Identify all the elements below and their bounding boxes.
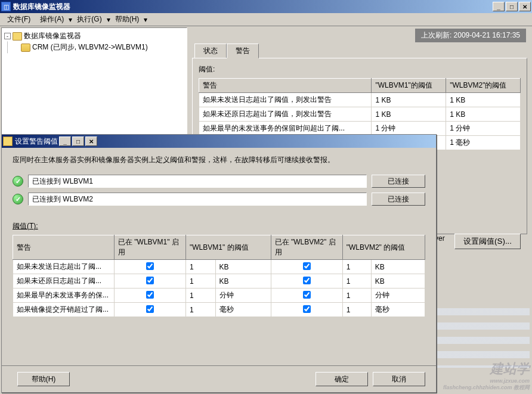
- dialog-maximize-button[interactable]: □: [72, 136, 84, 146]
- watermark: 建站学 www.jzxue.com flashcheng.chhzhiden.c…: [434, 360, 530, 392]
- tree-child-item[interactable]: CRM (已同步, WLBVM2->WLBVM1): [21, 42, 184, 53]
- connection-row-2: ✓ 已连接: [13, 193, 425, 206]
- cell-val1: 1: [186, 303, 216, 317]
- main-title: 数据库镜像监视器: [13, 2, 491, 12]
- dialog-close-button[interactable]: ✕: [85, 136, 97, 146]
- dlg-th-thresh2[interactable]: "WLBVM2" 的阈值: [342, 235, 425, 260]
- dlg-th-enable2[interactable]: 已在 "WLBVM2" 启用: [271, 235, 342, 260]
- cell-val2: 1: [342, 303, 371, 317]
- cell-val1: 1: [186, 288, 216, 303]
- table-row[interactable]: 如果最早的未发送事务的保留时间超出了阈... 1 分钟 1 分钟: [199, 122, 521, 136]
- cell-unit2: 分钟: [371, 288, 425, 303]
- dialog-threshold-table: 警告 已在 "WLBVM1" 启用 "WLBVM1" 的阈值 已在 "WLBVM…: [13, 235, 425, 317]
- cell-unit1: 毫秒: [215, 303, 271, 317]
- cell-warning: 如果镜像提交开销超过了阈...: [13, 303, 115, 317]
- menu-help[interactable]: 帮助(H): [110, 13, 144, 26]
- th-vm2[interactable]: "WLBVM2"的阈值: [446, 79, 521, 93]
- cell-warning: 如果未还原日志超出了阈...: [13, 274, 115, 288]
- cell-enable2: [271, 274, 342, 288]
- checkbox-enable2[interactable]: [303, 262, 311, 270]
- threshold-label: 阈值:: [199, 64, 521, 75]
- connection-input-1[interactable]: [28, 175, 367, 188]
- menu-action[interactable]: 操作(A): [35, 13, 69, 26]
- database-icon: [21, 44, 30, 52]
- checkbox-enable1[interactable]: [146, 262, 154, 270]
- threshold-t-label: 阈值(T):: [13, 221, 38, 231]
- cell-enable2: [271, 303, 342, 317]
- tab-alert[interactable]: 警告: [227, 44, 259, 58]
- main-titlebar: ◫ 数据库镜像监视器 _ □ ✕: [0, 0, 532, 13]
- menubar: 文件(F) 操作(A)▾ 执行(G)▾ 帮助(H)▾: [0, 13, 532, 26]
- cell-warning: 如果最早的未发送事务的保...: [13, 288, 115, 303]
- check-icon: ✓: [13, 176, 23, 187]
- connect-button-1[interactable]: 已连接: [372, 175, 425, 188]
- cell-enable1: [115, 274, 186, 288]
- menu-run[interactable]: 执行(G): [72, 13, 106, 26]
- connection-input-2[interactable]: [28, 193, 367, 206]
- dialog-titlebar: 设置警告阈值 _ □ ✕: [2, 135, 436, 148]
- dlg-th-warning[interactable]: 警告: [13, 235, 115, 260]
- table-row[interactable]: 如果镜像提交开销超过了阈... 1 毫秒 1 毫秒: [13, 303, 425, 317]
- dlg-th-enable1[interactable]: 已在 "WLBVM1" 启用: [115, 235, 186, 260]
- threshold-dialog: 设置警告阈值 _ □ ✕ 应同时在主体服务器实例和镜像服务器实例上定义阈值和警报…: [1, 134, 437, 393]
- tab-status[interactable]: 状态: [194, 44, 227, 58]
- folder-icon: [13, 32, 22, 41]
- dialog-description: 应同时在主体服务器实例和镜像服务器实例上定义阈值和警报，这样，在故障转移后可继续…: [13, 155, 425, 165]
- dialog-body: 应同时在主体服务器实例和镜像服务器实例上定义阈值和警报，这样，在故障转移后可继续…: [2, 148, 436, 324]
- checkbox-enable1[interactable]: [146, 291, 154, 299]
- maximize-button[interactable]: □: [506, 2, 518, 11]
- cell-val1: 1: [186, 274, 216, 288]
- cell-warning: 如果未发送日志超出了阈值，则发出警告: [199, 93, 372, 107]
- menu-file[interactable]: 文件(F): [2, 13, 35, 26]
- background-decoration: 建站学 www.jzxue.com flashcheng.chhzhiden.c…: [434, 308, 530, 392]
- cell-vm1: 1 KB: [372, 93, 446, 107]
- cell-val2: 1: [342, 288, 371, 303]
- table-row[interactable]: 如果最早的未发送事务的保... 1 分钟 1 分钟: [13, 288, 425, 303]
- cell-unit2: KB: [371, 274, 425, 288]
- cell-warning: 如果未发送日志超出了阈...: [13, 260, 115, 274]
- table-row[interactable]: 如果未还原日志超出了阈值，则发出警告 1 KB 1 KB: [199, 107, 521, 122]
- cell-vm2: 1 KB: [446, 93, 521, 107]
- th-vm1[interactable]: "WLBVM1"的阈值: [372, 79, 446, 93]
- tree-root-item[interactable]: - 数据库镜像监视器: [4, 30, 184, 42]
- minimize-button[interactable]: _: [493, 2, 505, 11]
- checkbox-enable2[interactable]: [303, 305, 311, 313]
- table-row[interactable]: 如果未还原日志超出了阈... 1 KB 1 KB: [13, 274, 425, 288]
- checkbox-enable2[interactable]: [303, 291, 311, 299]
- cancel-button[interactable]: 取消: [373, 372, 425, 386]
- set-threshold-button[interactable]: 设置阈值(S)...: [454, 234, 521, 249]
- checkbox-enable2[interactable]: [303, 277, 311, 284]
- checkbox-enable1[interactable]: [146, 277, 154, 284]
- table-row[interactable]: 如果未发送日志超出了阈值，则发出警告 1 KB 1 KB: [199, 93, 521, 107]
- cell-val1: 1: [186, 260, 216, 274]
- cell-unit2: 毫秒: [371, 303, 425, 317]
- tab-strip: 状态 警告: [192, 44, 527, 58]
- ok-button[interactable]: 确定: [316, 372, 368, 386]
- cell-enable2: [271, 288, 342, 303]
- dlg-th-thresh1[interactable]: "WLBVM1" 的阈值: [186, 235, 271, 260]
- close-button[interactable]: ✕: [519, 2, 531, 11]
- cell-vm2: 1 毫秒: [446, 136, 521, 150]
- cell-vm1: 1 分钟: [372, 122, 446, 136]
- connection-row-1: ✓ 已连接: [13, 175, 425, 188]
- dialog-minimize-button[interactable]: _: [59, 136, 71, 146]
- th-warning[interactable]: 警告: [199, 79, 372, 93]
- cell-unit1: 分钟: [215, 288, 271, 303]
- table-row[interactable]: 如果未发送日志超出了阈... 1 KB 1 KB: [13, 260, 425, 274]
- cell-val2: 1: [342, 260, 371, 274]
- tree-collapse-icon[interactable]: -: [4, 33, 11, 39]
- cell-val2: 1: [342, 274, 371, 288]
- cell-unit1: KB: [215, 274, 271, 288]
- checkbox-enable1[interactable]: [146, 305, 154, 313]
- cell-warning: 如果未还原日志超出了阈值，则发出警告: [199, 107, 372, 122]
- cell-vm1: 1 KB: [372, 107, 446, 122]
- dialog-button-bar: 帮助(H) 确定 取消: [2, 365, 436, 386]
- connect-button-2[interactable]: 已连接: [372, 193, 425, 206]
- help-button[interactable]: 帮助(H): [17, 372, 70, 386]
- cell-enable2: [271, 260, 342, 274]
- cell-unit1: KB: [215, 260, 271, 274]
- cell-unit2: KB: [371, 260, 425, 274]
- last-refresh-label: 上次刷新: 2009-04-21 16:17:35: [415, 29, 526, 42]
- dialog-icon: [3, 136, 13, 146]
- cell-warning: 如果最早的未发送事务的保留时间超出了阈...: [199, 122, 372, 136]
